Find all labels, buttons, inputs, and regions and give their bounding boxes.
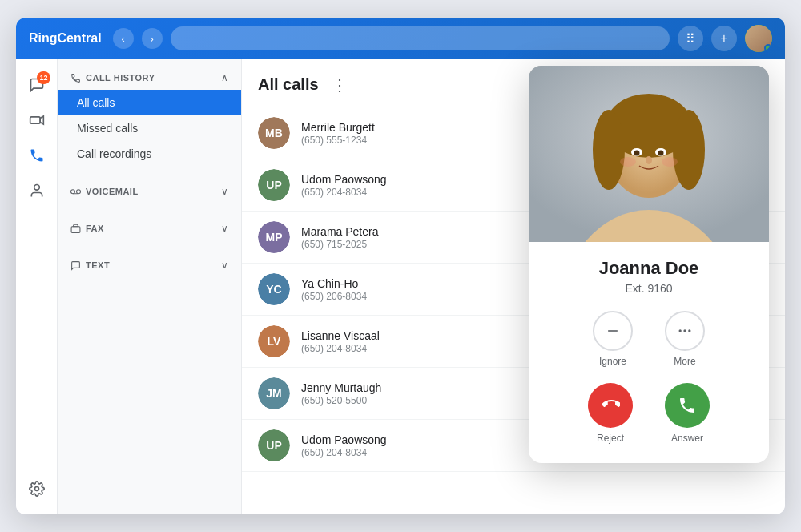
search-input[interactable]: [171, 26, 670, 50]
fax-chevron: ∨: [221, 223, 228, 234]
text-header[interactable]: TEXT ∨: [58, 253, 241, 277]
minus-icon: [605, 323, 621, 339]
call-history-section: CALL HISTORY ∧ All calls Missed calls Ca…: [58, 59, 241, 173]
answer-action[interactable]: Answer: [665, 383, 710, 444]
svg-text:MB: MB: [265, 127, 283, 139]
caller-avatar: UP: [258, 429, 290, 461]
back-button[interactable]: ‹: [113, 28, 134, 49]
svg-point-5: [77, 189, 81, 193]
incoming-call-card: Joanna Doe Ext. 9160 Ignore: [529, 66, 769, 463]
voicemail-chevron: ∨: [221, 186, 228, 197]
svg-text:UP: UP: [266, 439, 281, 452]
caller-illustration: [529, 66, 769, 242]
more-action[interactable]: More: [665, 311, 705, 367]
caller-avatar: LV: [258, 325, 290, 357]
fax-title: FAX: [70, 224, 104, 234]
top-bar: RingCentral ‹ › ⠿ +: [16, 18, 785, 59]
app-logo: RingCentral: [29, 31, 102, 46]
caller-avatar: JM: [258, 377, 290, 409]
ignore-action[interactable]: Ignore: [593, 311, 633, 367]
sidebar-icons: 12: [16, 59, 58, 514]
user-avatar[interactable]: [745, 25, 772, 52]
content-title-row: All calls ⋮: [258, 74, 352, 96]
svg-point-37: [620, 157, 636, 167]
text-chevron: ∨: [221, 260, 228, 271]
svg-point-39: [646, 156, 652, 164]
svg-marker-1: [40, 116, 43, 124]
reject-button[interactable]: [588, 383, 633, 428]
svg-point-2: [34, 185, 39, 191]
fax-header[interactable]: FAX ∨: [58, 216, 241, 240]
svg-point-4: [71, 189, 75, 193]
fax-section: FAX ∨: [58, 210, 241, 247]
svg-text:MP: MP: [266, 231, 283, 244]
app-window: RingCentral ‹ › ⠿ + 12: [16, 18, 785, 514]
svg-rect-0: [30, 117, 40, 123]
nav-panel: CALL HISTORY ∧ All calls Missed calls Ca…: [58, 59, 242, 514]
sidebar-item-contacts[interactable]: [21, 175, 53, 207]
more-label: More: [674, 356, 695, 367]
svg-text:UP: UP: [266, 179, 281, 191]
svg-point-35: [634, 151, 640, 156]
caller-card-name: Joanna Doe: [545, 258, 753, 279]
voicemail-section: VOICEMAIL ∨: [58, 173, 241, 210]
forward-button[interactable]: ›: [142, 28, 163, 49]
more-dots-icon: [677, 323, 693, 339]
svg-point-38: [662, 157, 678, 167]
ignore-label: Ignore: [599, 356, 626, 367]
svg-point-42: [683, 329, 686, 332]
voicemail-header[interactable]: VOICEMAIL ∨: [58, 179, 241, 204]
call-history-header[interactable]: CALL HISTORY ∧: [58, 66, 241, 90]
card-call-actions: Reject Answer: [545, 383, 753, 444]
sidebar-item-video[interactable]: [21, 104, 53, 136]
sidebar-item-settings[interactable]: [21, 473, 53, 505]
content-title: All calls: [258, 75, 319, 94]
text-title: TEXT: [70, 260, 110, 271]
voicemail-title: VOICEMAIL: [70, 187, 139, 197]
svg-point-3: [34, 487, 38, 491]
svg-text:JM: JM: [266, 387, 281, 400]
caller-card-extension: Ext. 9160: [545, 282, 753, 295]
svg-point-43: [688, 329, 690, 332]
add-button[interactable]: +: [711, 26, 737, 51]
svg-point-36: [658, 151, 664, 156]
ignore-button[interactable]: [593, 311, 633, 351]
call-card-body: Joanna Doe Ext. 9160 Ignore: [529, 242, 769, 463]
nav-item-missed-calls[interactable]: Missed calls: [58, 115, 241, 141]
sidebar-item-messages[interactable]: 12: [21, 69, 53, 101]
apps-button[interactable]: ⠿: [678, 26, 703, 51]
caller-avatar: MP: [258, 221, 290, 253]
reject-icon: [601, 396, 620, 415]
text-section: TEXT ∨: [58, 247, 241, 284]
caller-photo-area: [529, 66, 769, 242]
card-secondary-actions: Ignore More: [545, 311, 753, 367]
nav-item-call-recordings[interactable]: Call recordings: [58, 141, 241, 167]
online-indicator: [764, 44, 772, 52]
more-button[interactable]: [665, 311, 705, 351]
sidebar-item-phone[interactable]: [21, 139, 53, 171]
caller-avatar: UP: [258, 169, 290, 201]
call-history-chevron: ∧: [221, 72, 228, 83]
answer-button[interactable]: [665, 383, 710, 428]
svg-rect-7: [71, 226, 80, 232]
top-right-actions: ⠿ +: [678, 25, 772, 52]
caller-avatar: YC: [258, 273, 290, 305]
nav-item-all-calls[interactable]: All calls: [58, 90, 241, 115]
reject-label: Reject: [597, 433, 624, 444]
reject-action[interactable]: Reject: [588, 383, 633, 444]
svg-text:YC: YC: [266, 283, 281, 296]
messages-badge: 12: [37, 71, 50, 84]
svg-text:LV: LV: [268, 335, 282, 348]
call-history-title: CALL HISTORY: [70, 73, 155, 83]
svg-point-41: [679, 329, 682, 332]
answer-label: Answer: [671, 433, 703, 444]
answer-icon: [678, 396, 697, 415]
content-more-button[interactable]: ⋮: [327, 74, 352, 96]
svg-rect-32: [606, 126, 692, 150]
caller-avatar: MB: [258, 117, 290, 149]
